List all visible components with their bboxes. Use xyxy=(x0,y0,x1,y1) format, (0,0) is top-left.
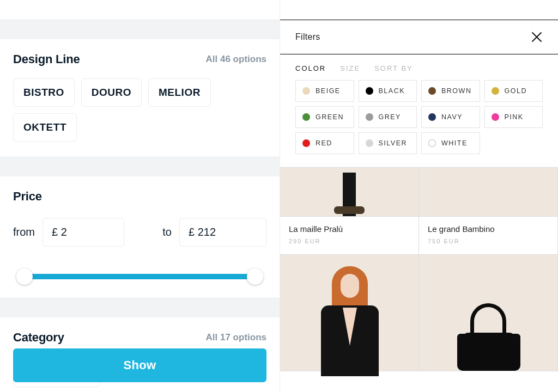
price-title: Price xyxy=(13,189,42,204)
design-line-chip[interactable]: DOURO xyxy=(81,78,142,107)
color-option-black[interactable]: BLACK xyxy=(359,80,417,102)
show-button[interactable]: Show xyxy=(13,348,266,382)
category-title: Category xyxy=(13,330,64,345)
color-swatch-icon xyxy=(302,139,310,147)
color-label: BLACK xyxy=(379,87,405,95)
right-product-panel: Filters COLOR SIZE SORT BY BEIGEBLACKBRO… xyxy=(280,0,558,392)
color-swatch-icon xyxy=(366,139,373,147)
divider-strip xyxy=(0,298,280,317)
slider-handle-min[interactable] xyxy=(16,268,33,285)
color-swatch-icon xyxy=(492,113,499,121)
divider-strip xyxy=(0,20,280,39)
price-slider[interactable] xyxy=(13,268,266,283)
color-option-silver[interactable]: SILVER xyxy=(359,132,417,154)
color-label: PINK xyxy=(505,113,524,121)
design-line-section: Design Line All 46 options BISTRO DOURO … xyxy=(0,39,280,157)
top-ghost-row xyxy=(0,0,280,20)
color-label: GREEN xyxy=(316,113,344,121)
color-swatch-icon xyxy=(366,87,373,95)
price-from-label: from xyxy=(13,226,35,238)
color-option-white[interactable]: WHITE xyxy=(421,132,480,154)
tab-size[interactable]: SIZE xyxy=(340,64,360,72)
design-line-title: Design Line xyxy=(13,52,80,66)
price-to-input[interactable]: £ 212 xyxy=(179,218,266,247)
color-swatch-icon xyxy=(428,139,436,147)
design-line-chip[interactable]: MELIOR xyxy=(148,78,211,107)
color-swatch-icon xyxy=(302,113,310,121)
color-swatch-icon xyxy=(428,87,436,95)
color-label: RED xyxy=(316,139,332,147)
close-icon[interactable] xyxy=(531,31,543,43)
product-name: La maille Pralù xyxy=(289,224,410,234)
filters-header: Filters xyxy=(280,20,558,54)
product-image[interactable] xyxy=(280,255,419,371)
color-swatch-icon xyxy=(492,87,499,95)
color-swatch-icon xyxy=(302,87,310,95)
color-label: BEIGE xyxy=(316,87,341,95)
product-name: Le grand Bambino xyxy=(428,224,549,234)
tab-color[interactable]: COLOR xyxy=(295,64,326,72)
color-label: SILVER xyxy=(379,139,408,147)
price-from-input[interactable]: £ 2 xyxy=(43,218,124,247)
filter-tabs: COLOR SIZE SORT BY xyxy=(280,54,558,80)
product-price: 290 EUR xyxy=(289,238,410,244)
design-line-chip[interactable]: OKTETT xyxy=(13,113,77,142)
product-info[interactable]: Le grand Bambino 750 EUR xyxy=(419,217,558,255)
color-grid: BEIGEBLACKBROWNGOLDGREENGREYNAVYPINKREDS… xyxy=(280,80,558,167)
product-info[interactable]: La maille Pralù 290 EUR xyxy=(280,217,419,255)
design-line-chip[interactable]: BISTRO xyxy=(13,78,75,107)
color-option-gold[interactable]: GOLD xyxy=(484,80,543,102)
slider-track xyxy=(23,274,257,279)
color-option-grey[interactable]: GREY xyxy=(359,106,417,128)
slider-handle-max[interactable] xyxy=(247,268,263,285)
design-line-all-options[interactable]: All 46 options xyxy=(206,54,266,65)
category-all-options[interactable]: All 17 options xyxy=(206,332,266,343)
product-image[interactable] xyxy=(419,255,558,371)
product-image[interactable] xyxy=(419,168,558,217)
color-label: GOLD xyxy=(505,87,527,95)
filters-title: Filters xyxy=(295,32,320,42)
color-option-navy[interactable]: NAVY xyxy=(421,106,480,128)
color-option-red[interactable]: RED xyxy=(295,132,354,154)
color-option-green[interactable]: GREEN xyxy=(295,106,354,128)
tab-sort-by[interactable]: SORT BY xyxy=(374,64,413,72)
color-swatch-icon xyxy=(428,113,436,121)
product-image[interactable] xyxy=(280,168,419,217)
left-filter-panel: Design Line All 46 options BISTRO DOURO … xyxy=(0,0,280,392)
price-section: Price from £ 2 to £ 212 xyxy=(0,176,280,298)
design-line-chip-row: BISTRO DOURO MELIOR OKTETT xyxy=(13,78,266,142)
product-price: 750 EUR xyxy=(428,238,549,244)
color-swatch-icon xyxy=(366,113,373,121)
product-grid: La maille Pralù 290 EUR Le grand Bambino… xyxy=(280,167,558,371)
top-blank xyxy=(280,0,558,20)
color-option-beige[interactable]: BEIGE xyxy=(295,80,354,102)
color-label: GREY xyxy=(379,113,401,121)
price-to-label: to xyxy=(162,226,172,238)
color-option-brown[interactable]: BROWN xyxy=(421,80,480,102)
color-label: BROWN xyxy=(441,87,471,95)
color-label: WHITE xyxy=(441,139,468,147)
divider-strip xyxy=(0,157,280,176)
color-label: NAVY xyxy=(441,113,463,121)
color-option-pink[interactable]: PINK xyxy=(484,106,543,128)
